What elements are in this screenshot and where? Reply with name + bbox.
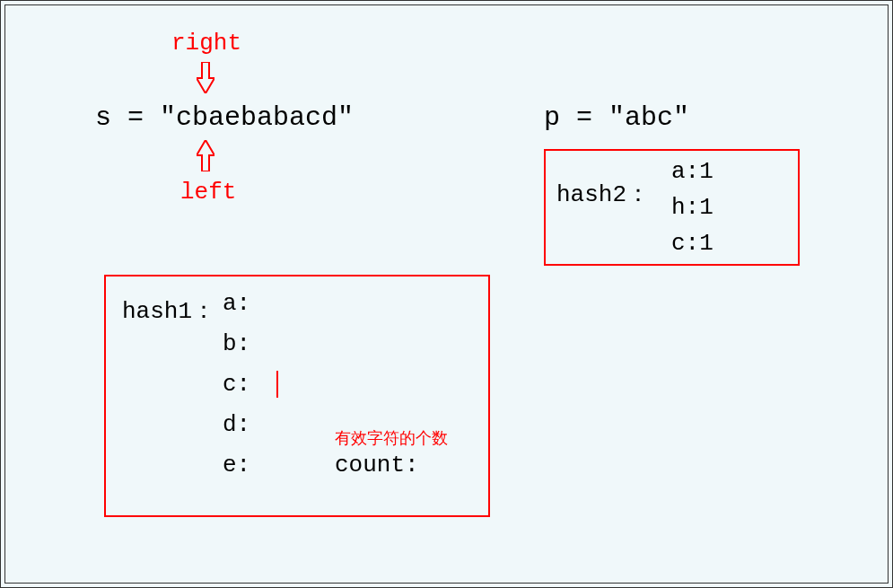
hash1-entry-2: c:: [223, 371, 250, 398]
arrow-down-icon: [197, 62, 214, 93]
hash1-box: hash1： a: b: c: d: e: 有效字符的个数 count:: [104, 275, 490, 517]
hash1-entry-3: d:: [223, 411, 250, 438]
hash1-entry-1: b:: [223, 330, 250, 357]
hash2-label: hash2：: [556, 178, 650, 209]
right-pointer-label: right: [171, 30, 241, 57]
s-expression: s = "cbaebabacd": [95, 102, 354, 133]
count-note: 有效字符的个数: [335, 427, 448, 449]
hash2-entry-1: h:1: [671, 194, 714, 221]
hash1-label: hash1：: [122, 294, 215, 326]
hash1-entry-4: e:: [223, 452, 250, 478]
p-expression: p = "abc": [544, 102, 689, 133]
hash2-entry-0: a:1: [671, 158, 714, 185]
arrow-up-icon: [197, 140, 214, 171]
hash2-box: hash2： a:1 h:1 c:1: [544, 149, 800, 266]
hash1-entry-0: a:: [223, 290, 250, 317]
cursor-mark: [276, 371, 278, 398]
hash2-entry-2: c:1: [671, 230, 714, 257]
diagram-container: right s = "cbaebabacd" left p = "abc" ha…: [4, 4, 889, 584]
count-label: count:: [335, 452, 419, 478]
left-pointer-label: left: [180, 179, 236, 206]
